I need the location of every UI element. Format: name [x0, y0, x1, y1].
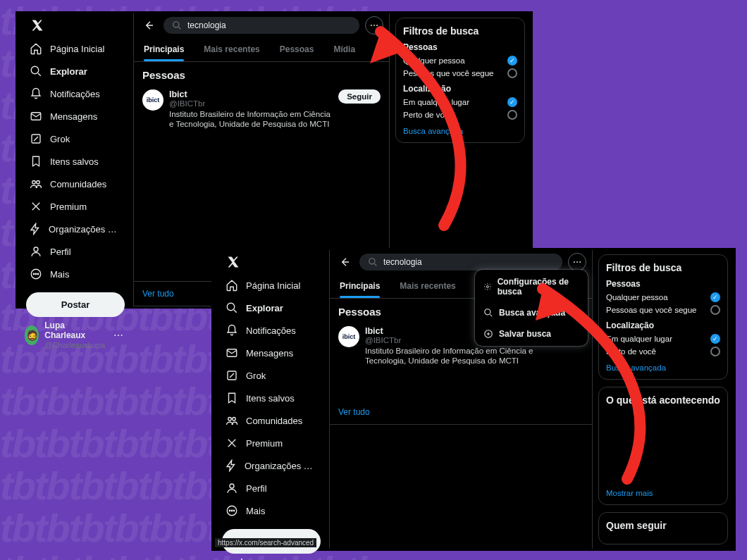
nav-messages[interactable]: Mensagens [218, 342, 325, 364]
nav-explore[interactable]: Explorar [22, 60, 129, 82]
filter-any-person[interactable]: Qualquer pessoa [606, 291, 720, 304]
svg-point-25 [574, 261, 575, 263]
svg-point-27 [579, 261, 581, 263]
filter-anywhere[interactable]: Em qualquer lugar [606, 332, 720, 345]
screenshot-2: Página Inicial Explorar Notificações Men… [211, 248, 736, 551]
nav-label: Grok [246, 371, 266, 381]
tab-principais[interactable]: Principais [134, 37, 194, 61]
right-column: Filtros de busca Pessoas Qualquer pessoa… [593, 250, 734, 549]
nav-profile[interactable]: Perfil [218, 477, 325, 499]
nav-more[interactable]: Mais [218, 499, 325, 522]
back-button[interactable] [140, 16, 158, 35]
svg-point-22 [231, 510, 233, 511]
popup-label: Busca avançada [499, 308, 565, 318]
see-all-link[interactable]: Ver tudo [330, 400, 592, 424]
radio-on-icon [710, 292, 720, 302]
tab-mais-recentes[interactable]: Mais recentes [390, 274, 465, 298]
grok-icon [225, 368, 239, 382]
person-icon [225, 481, 239, 495]
nav-profile[interactable]: Perfil [22, 240, 129, 263]
search-query: tecnologia [383, 257, 422, 267]
more-circle-icon [225, 504, 239, 518]
x-logo-icon[interactable] [29, 19, 46, 32]
bookmark-icon [225, 391, 239, 405]
popup-save-search[interactable]: Salvar busca [475, 323, 588, 344]
tab-mais-recentes[interactable]: Mais recentes [194, 37, 269, 61]
show-more-link[interactable]: Mostrar mais [606, 489, 720, 497]
svg-point-9 [37, 273, 39, 275]
bookmark-icon [29, 154, 43, 168]
gear-icon [483, 282, 492, 292]
nav-communities[interactable]: Comunidades [22, 173, 129, 195]
advanced-search-link[interactable]: Busca avançada [403, 127, 517, 135]
nav-explore[interactable]: Explorar [218, 297, 325, 319]
tab-listas[interactable]: Listas [365, 37, 409, 61]
svg-point-7 [33, 273, 35, 275]
nav-verified-orgs[interactable]: Organizações Verificadas [22, 218, 129, 240]
nav-notifications[interactable]: Notificações [218, 319, 325, 342]
who-title: Quem seguir [606, 520, 720, 531]
post-button[interactable]: Postar [26, 292, 125, 317]
filter-anywhere[interactable]: Em qualquer lugar [403, 96, 517, 108]
nav-communities[interactable]: Comunidades [218, 409, 325, 432]
search-input[interactable]: tecnologia [359, 254, 562, 270]
filter-people-you-follow[interactable]: Pessoas que você segue [606, 304, 720, 316]
nav-grok[interactable]: Grok [22, 127, 129, 150]
filters-people-head: Pessoas [403, 42, 517, 52]
filter-any-person[interactable]: Qualquer pessoa [403, 54, 517, 67]
tab-principais[interactable]: Principais [330, 274, 390, 298]
nav-label: Página Inicial [246, 280, 300, 291]
nav-bookmarks[interactable]: Itens salvos [218, 387, 325, 409]
svg-point-11 [371, 25, 372, 26]
svg-point-3 [32, 181, 36, 185]
nav-premium[interactable]: Premium [218, 432, 325, 454]
follow-button[interactable]: Seguir [338, 89, 381, 104]
x-logo-icon[interactable] [225, 256, 242, 268]
filters-title: Filtros de busca [606, 262, 720, 273]
filter-people-you-follow[interactable]: Pessoas que você segue [403, 67, 517, 80]
nav-messages[interactable]: Mensagens [22, 105, 129, 127]
tabs: Principais Mais recentes Pessoas Mídia L… [134, 37, 389, 62]
nav-home[interactable]: Página Inicial [218, 274, 325, 297]
nav-grok[interactable]: Grok [218, 364, 325, 387]
radio-off-icon [507, 110, 517, 120]
home-icon [29, 42, 43, 56]
nav-notifications[interactable]: Notificações [22, 82, 129, 105]
search-menu-button[interactable] [365, 16, 383, 35]
nav-more[interactable]: Mais [22, 263, 129, 285]
search-icon [483, 308, 493, 318]
search-icon [368, 257, 378, 267]
search-input[interactable]: tecnologia [163, 17, 359, 34]
nav-label: Mais [50, 269, 69, 280]
person-avatar: ibict [338, 326, 359, 347]
search-icon [29, 64, 43, 78]
nav-home[interactable]: Página Inicial [22, 37, 129, 60]
bolt-icon [29, 222, 42, 236]
mail-icon [225, 346, 239, 360]
filters-title: Filtros de busca [403, 25, 517, 37]
nav-label: Premium [50, 201, 87, 212]
nav-label: Notificações [246, 325, 296, 336]
tab-midia[interactable]: Mídia [323, 37, 365, 61]
filter-near-you[interactable]: Perto de você [606, 345, 720, 358]
popup-advanced-search[interactable]: Busca avançada [475, 302, 588, 323]
trends-card: O que está acontecendo Mostrar mais [598, 387, 728, 505]
radio-on-icon [710, 334, 720, 344]
account-menu[interactable]: 🧔 Lupa Charleaux @CharleauxLupa ⋯ [218, 554, 325, 560]
search-options-popup: Configurações de busca Busca avançada Sa… [475, 270, 588, 346]
account-menu[interactable]: 🧔 Lupa Charleaux @CharleauxLupa ⋯ [22, 317, 129, 354]
svg-point-29 [485, 309, 490, 315]
search-filters-card: Filtros de busca Pessoas Qualquer pessoa… [598, 254, 728, 380]
tab-pessoas[interactable]: Pessoas [270, 37, 324, 61]
popup-search-settings[interactable]: Configurações de busca [475, 271, 588, 302]
nav-premium[interactable]: Premium [22, 195, 129, 218]
search-menu-button[interactable] [568, 253, 586, 271]
person-card[interactable]: ibict Ibict @IBICTbr Instituto Brasileir… [134, 84, 389, 135]
filter-near-you[interactable]: Perto de você [403, 108, 517, 121]
back-button[interactable] [335, 253, 354, 271]
nav-label: Explorar [246, 303, 283, 313]
nav-bookmarks[interactable]: Itens salvos [22, 150, 129, 173]
nav-verified-orgs[interactable]: Organizações Verificadas [218, 454, 325, 477]
filters-loc-head: Localização [606, 321, 720, 330]
advanced-search-link[interactable]: Busca avançada [606, 363, 720, 372]
